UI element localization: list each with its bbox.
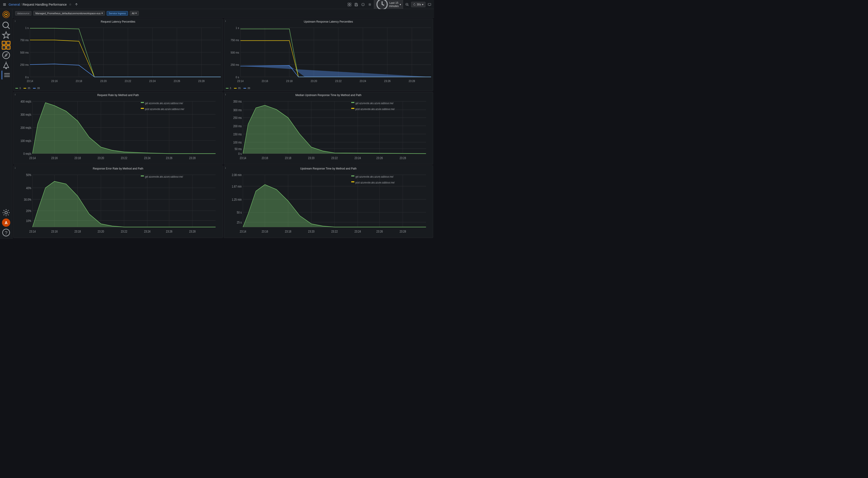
sidebar-item-config[interactable] — [2, 70, 11, 79]
legend-dot-p5 — [16, 88, 18, 89]
svg-text:23:16: 23:16 — [51, 79, 58, 83]
svg-text:250 ms: 250 ms — [20, 63, 29, 66]
svg-rect-4 — [350, 3, 351, 4]
sidebar-item-search[interactable] — [2, 21, 11, 30]
refresh-button[interactable]: 30s ▾ — [411, 2, 426, 7]
panel-content-6: 2.08 min 1.67 min 1.25 min 50 s 25 s 23:… — [224, 171, 433, 238]
panel-header-request-rate: i Request Rate by Method and Path — [13, 92, 223, 97]
dashboard-grid: i Request Latency Percentiles — [12, 18, 434, 239]
topbar: General / Request Handling Performance ☆… — [0, 0, 434, 9]
svg-text:50 ms: 50 ms — [235, 147, 242, 151]
svg-text:23:14: 23:14 — [27, 79, 33, 83]
svg-text:2.08 min: 2.08 min — [232, 173, 242, 177]
svg-text:23:28: 23:28 — [198, 79, 205, 83]
datasource-select[interactable]: Managed_Prometheus_defaultazuremonitorwo… — [33, 11, 105, 15]
chart-area-3: 400 req/s 300 req/s 200 req/s 100 req/s … — [14, 98, 221, 163]
panel-info-icon-6[interactable]: i — [225, 167, 226, 169]
svg-text:post azurevote.aks.azure.sabbo: post azurevote.aks.azure.sabbour.me/ — [355, 107, 395, 110]
svg-rect-152 — [351, 102, 354, 103]
svg-text:150 ms: 150 ms — [233, 132, 242, 136]
legend-item-p99: .99 — [33, 87, 40, 90]
breadcrumb: General / Request Handling Performance — [8, 3, 67, 6]
save-button[interactable] — [353, 2, 359, 7]
add-panel-button[interactable] — [347, 2, 352, 7]
panel-info-icon-1[interactable]: i — [15, 20, 16, 22]
settings-button[interactable] — [367, 2, 373, 7]
svg-point-22 — [3, 22, 8, 28]
sidebar-item-help[interactable]: ? — [2, 228, 11, 237]
svg-text:23:28: 23:28 — [399, 156, 406, 160]
legend-item-2-p95: .95 — [234, 87, 241, 90]
svg-rect-5 — [348, 5, 349, 6]
svg-point-29 — [5, 68, 7, 69]
svg-text:20%: 20% — [26, 209, 31, 213]
sidebar-item-starred[interactable] — [2, 31, 11, 40]
svg-text:10%: 10% — [26, 219, 31, 223]
svg-rect-2 — [3, 5, 6, 6]
svg-text:23:18: 23:18 — [286, 79, 292, 83]
legend-label-2-p95: .95 — [238, 87, 241, 90]
svg-text:23:24: 23:24 — [354, 156, 361, 160]
sidebar-toggle-button[interactable] — [2, 2, 7, 7]
svg-text:0 s: 0 s — [236, 75, 239, 79]
panel-info-icon-5[interactable]: i — [15, 167, 16, 169]
legend-dot-p99 — [33, 88, 36, 89]
svg-line-15 — [408, 5, 408, 6]
panel-request-latency: i Request Latency Percentiles — [13, 19, 223, 91]
chart-area-4: 350 ms 300 ms 250 ms 200 ms 150 ms 100 m… — [225, 98, 431, 163]
svg-text:250 ms: 250 ms — [230, 63, 239, 66]
all-chevron: ▾ — [135, 12, 137, 15]
svg-text:0 s: 0 s — [238, 152, 242, 156]
svg-rect-8 — [355, 5, 357, 6]
svg-text:23:26: 23:26 — [166, 156, 173, 160]
svg-text:0 s: 0 s — [25, 75, 29, 79]
svg-text:100 req/s: 100 req/s — [21, 139, 31, 142]
breadcrumb-separator: / — [21, 3, 22, 6]
tv-mode-button[interactable] — [427, 2, 432, 7]
svg-text:23:16: 23:16 — [261, 156, 268, 160]
svg-text:23:24: 23:24 — [144, 156, 151, 160]
legend-label-p99: .99 — [37, 87, 40, 90]
sidebar-item-avatar[interactable]: A — [2, 218, 11, 227]
panel-info-icon-3[interactable]: i — [15, 93, 16, 96]
service-ingress-filter[interactable]: Service Ingress — [107, 11, 128, 15]
svg-text:post azurevote.aks.azure.sabbo: post azurevote.aks.azure.sabbour.me/ — [145, 107, 184, 110]
sidebar-item-dashboards[interactable] — [2, 41, 11, 50]
star-button[interactable]: ☆ — [68, 2, 72, 7]
svg-text:23:24: 23:24 — [354, 230, 361, 233]
breadcrumb-general[interactable]: General — [8, 3, 20, 6]
sidebar-item-user-settings[interactable] — [2, 208, 11, 217]
chart-svg-2: 1 s 750 ms 500 ms 250 ms 0 s 23:14 23:16… — [225, 25, 431, 86]
panel-info-icon-2[interactable]: i — [225, 20, 226, 22]
svg-text:1 s: 1 s — [236, 26, 239, 30]
svg-point-21 — [5, 14, 7, 15]
svg-text:300 ms: 300 ms — [233, 108, 242, 112]
sidebar-item-alerting[interactable] — [2, 61, 11, 70]
panel-title-upstream-response-time: Upstream Response Time by Method and Pat… — [300, 167, 356, 170]
grafana-logo[interactable] — [2, 11, 10, 18]
sidebar-item-explore[interactable] — [2, 51, 11, 60]
info-button[interactable]: i — [360, 2, 366, 7]
refresh-interval-label: 30s — [417, 3, 421, 6]
chart-svg-5: 50% 40% 30.0% 20% 10% 23:14 23:16 23:18 … — [14, 171, 221, 237]
panel-upstream-response-time: i Upstream Response Time by Method and P… — [224, 165, 433, 238]
svg-text:23:20: 23:20 — [308, 230, 314, 233]
all-filter[interactable]: All ▾ — [130, 11, 139, 15]
all-label: All — [132, 12, 134, 15]
share-button[interactable] — [74, 2, 79, 7]
svg-point-33 — [5, 211, 7, 214]
svg-text:350 ms: 350 ms — [233, 100, 242, 103]
panel-info-icon-4[interactable]: i — [225, 93, 226, 96]
svg-text:23:28: 23:28 — [189, 156, 196, 160]
svg-text:23:22: 23:22 — [121, 230, 127, 233]
panel-content-3: 400 req/s 300 req/s 200 req/s 100 req/s … — [13, 97, 223, 164]
panel-content-5: 50% 40% 30.0% 20% 10% 23:14 23:16 23:18 … — [13, 171, 223, 238]
sidebar: A ? — [0, 9, 12, 239]
legend-label-p95: .95 — [27, 87, 30, 90]
svg-text:50%: 50% — [26, 173, 31, 177]
svg-rect-1 — [3, 4, 6, 5]
svg-rect-6 — [350, 5, 351, 6]
topbar-left: General / Request Handling Performance ☆ — [2, 2, 345, 7]
zoom-out-button[interactable] — [404, 2, 410, 7]
svg-text:300 req/s: 300 req/s — [21, 113, 31, 117]
